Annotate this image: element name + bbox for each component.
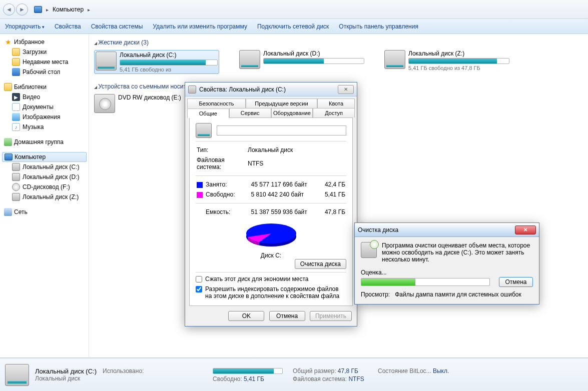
- drive-name: Локальный диск (Z:): [408, 50, 509, 57]
- details-subtitle: Локальный диск: [35, 375, 97, 382]
- close-button[interactable]: ✕: [515, 226, 536, 234]
- sidebar-item-drive-d[interactable]: Локальный диск (D:): [2, 172, 87, 182]
- homegroup-group[interactable]: Домашняя группа: [2, 137, 87, 147]
- disk-cleanup-button[interactable]: Очистка диска: [295, 259, 346, 269]
- capacity-gb: 47,8 ГБ: [316, 208, 345, 216]
- sidebar-item-desktop[interactable]: Рабочий стол: [2, 67, 87, 77]
- capacity-label: Емкость:: [197, 208, 250, 216]
- tab-quota[interactable]: Квота: [317, 98, 355, 108]
- hard-drives-header[interactable]: Жесткие диски (3): [94, 37, 583, 50]
- progress-bar: [361, 278, 490, 286]
- network-group[interactable]: Сеть: [2, 207, 87, 217]
- bitlocker-label: Состояние BitLoc...: [378, 368, 431, 374]
- libraries-icon: [4, 83, 12, 91]
- compress-checkbox[interactable]: Сжать этот диск для экономии места: [196, 276, 346, 282]
- sidebar-item-drive-z[interactable]: Локальный диск (Z:): [2, 192, 87, 202]
- uninstall-program-button[interactable]: Удалить или изменить программу: [153, 23, 247, 30]
- apply-button[interactable]: Применить: [310, 311, 352, 321]
- sidebar-item-downloads[interactable]: Загрузки: [2, 47, 87, 57]
- tab-row-bottom: Общие Сервис Оборудование Доступ: [187, 108, 355, 118]
- folder-icon: [12, 58, 20, 66]
- details-title: Локальный диск (C:): [35, 368, 97, 375]
- sidebar-item-recent[interactable]: Недавние места: [2, 57, 87, 67]
- drive-usage-bar: [263, 58, 364, 64]
- organize-menu[interactable]: Упорядочить: [5, 23, 45, 30]
- dialog-titlebar[interactable]: Свойства: Локальный диск (C:) ✕: [185, 82, 357, 96]
- drive-icon: [384, 50, 405, 69]
- breadcrumb[interactable]: Компьютер: [34, 6, 92, 13]
- free-label: Свободно:: [206, 191, 235, 198]
- libraries-group[interactable]: Библиотеки: [2, 82, 87, 92]
- close-button[interactable]: ✕: [338, 85, 354, 94]
- used-label: Занято:: [206, 181, 227, 188]
- used-gb: 42,4 ГБ: [316, 180, 345, 189]
- tab-previous-versions[interactable]: Предыдущие версии: [246, 98, 317, 108]
- drive-item-c[interactable]: Локальный диск (C:) 5,41 ГБ свободно из: [94, 50, 219, 74]
- disk-cleanup-icon: [361, 242, 377, 258]
- nav-back-button[interactable]: ◄: [3, 4, 15, 16]
- drive-name: Локальный диск (C:): [120, 52, 218, 58]
- map-network-drive-button[interactable]: Подключить сетевой диск: [257, 23, 329, 30]
- drive-usage-fill: [409, 58, 497, 64]
- tab-row-top: Безопасность Предыдущие версии Квота: [187, 98, 355, 108]
- cancel-button[interactable]: Отмена: [499, 277, 533, 287]
- computer-icon: [5, 154, 13, 160]
- pie-label: Диск C:: [196, 252, 346, 259]
- sidebar-item-drive-c[interactable]: Локальный диск (C:): [2, 162, 87, 172]
- tab-general[interactable]: Общие: [187, 108, 229, 118]
- free-color-icon: [197, 192, 203, 198]
- tab-access[interactable]: Доступ: [313, 108, 355, 118]
- type-label: Тип:: [197, 146, 247, 154]
- details-usage-fill: [213, 368, 274, 374]
- favorites-group[interactable]: ★Избранное: [2, 37, 87, 47]
- sidebar-item-pictures[interactable]: Изображения: [2, 112, 87, 122]
- view-value: Файлы дампа памяти для системных ошибок: [395, 291, 521, 298]
- dvd-drive-icon: [94, 94, 115, 113]
- used-bytes: 45 577 117 696 байт: [251, 180, 315, 189]
- sidebar-item-video[interactable]: ▶Видео: [2, 92, 87, 102]
- drive-item-z[interactable]: Локальный диск (Z:) 5,41 ГБ свободно из …: [384, 50, 509, 74]
- properties-button[interactable]: Свойства: [55, 23, 81, 30]
- free-label: Свободно:: [213, 376, 242, 382]
- index-checkbox[interactable]: Разрешить индексировать содержимое файло…: [196, 286, 346, 300]
- open-control-panel-button[interactable]: Открыть панель управления: [339, 23, 418, 30]
- document-icon: [12, 103, 20, 111]
- sidebar-item-documents[interactable]: Документы: [2, 102, 87, 112]
- nav-forward-button[interactable]: ►: [16, 4, 28, 16]
- video-icon: ▶: [12, 93, 20, 101]
- drive-label-input[interactable]: [217, 126, 346, 136]
- folder-icon: [12, 48, 20, 56]
- navigation-pane: ★Избранное Загрузки Недавние места Рабоч…: [0, 34, 89, 358]
- tab-hardware[interactable]: Оборудование: [271, 108, 313, 118]
- index-checkbox-input[interactable]: [196, 286, 202, 292]
- used-color-icon: [197, 182, 203, 188]
- desktop-icon: [12, 68, 20, 76]
- breadcrumb-sep-icon: [86, 6, 92, 13]
- cancel-button[interactable]: Отмена: [269, 311, 305, 321]
- breadcrumb-item[interactable]: Компьютер: [53, 6, 84, 13]
- computer-icon: [34, 6, 42, 13]
- scanning-row: Просмотр: Файлы дампа памяти для системн…: [361, 291, 533, 298]
- music-icon: ♪: [12, 123, 20, 131]
- sidebar-item-drive-f[interactable]: CD-дисковод (F:): [2, 182, 87, 192]
- dialog-title: Свойства: Локальный диск (C:): [199, 86, 335, 93]
- bitlocker-value: Выкл.: [433, 368, 449, 374]
- drive-usage-bar: [120, 60, 218, 66]
- drive-icon: [5, 364, 29, 386]
- system-properties-button[interactable]: Свойства системы: [91, 23, 143, 30]
- drive-usage-fill: [120, 60, 206, 65]
- dialog-titlebar[interactable]: Очистка диска ✕: [355, 223, 539, 237]
- drive-item-d[interactable]: Локальный диск (D:): [239, 50, 364, 74]
- computer-group[interactable]: Компьютер: [2, 152, 87, 162]
- tab-service[interactable]: Сервис: [229, 108, 271, 118]
- tab-security[interactable]: Безопасность: [187, 98, 246, 108]
- sidebar-item-music[interactable]: ♪Музыка: [2, 122, 87, 132]
- compress-checkbox-input[interactable]: [196, 276, 202, 282]
- details-usage-bar: [213, 368, 283, 374]
- drive-icon: [196, 123, 212, 138]
- ok-button[interactable]: OK: [228, 311, 264, 321]
- type-value: Локальный диск: [248, 146, 345, 154]
- drive-icon: [188, 86, 196, 94]
- free-gb: 5,41 ГБ: [316, 190, 345, 199]
- breadcrumb-sep-icon: [44, 6, 51, 13]
